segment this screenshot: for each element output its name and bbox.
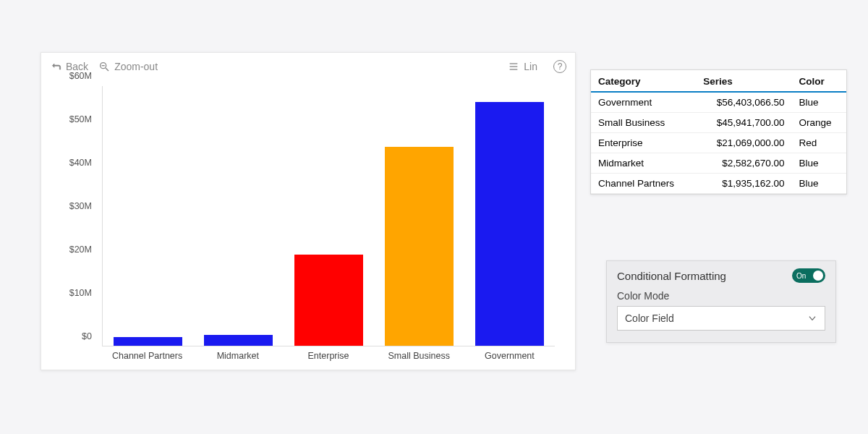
bar-wrap	[284, 86, 374, 346]
chart-toolbar: Back Zoom-out Lin ?	[41, 53, 575, 80]
chart-card: Back Zoom-out Lin ? $0$10M$20M$30M$40M$5…	[41, 52, 576, 370]
cell-category: Enterprise	[591, 133, 696, 153]
bar-channel-partners[interactable]	[114, 337, 182, 346]
bar-government[interactable]	[475, 102, 544, 346]
format-header: Conditional Formatting On	[617, 268, 825, 283]
svg-line-1	[106, 68, 109, 71]
data-table-body: Government$56,403,066.50BlueSmall Busine…	[591, 92, 846, 194]
toggle-knob	[813, 271, 823, 281]
plot-area: $0$10M$20M$30M$40M$50M$60M	[56, 86, 561, 346]
x-label: Channel Partners	[102, 351, 192, 361]
lin-label: Lin	[524, 61, 537, 72]
cell-color: Blue	[791, 153, 846, 174]
toggle-state-label: On	[796, 272, 806, 280]
cell-category: Small Business	[591, 113, 696, 133]
y-tick: $10M	[56, 288, 92, 298]
y-axis: $0$10M$20M$30M$40M$50M$60M	[56, 86, 96, 346]
x-label: Midmarket	[192, 351, 283, 361]
y-tick: $20M	[56, 244, 92, 255]
table-row[interactable]: Government$56,403,066.50Blue	[591, 92, 846, 113]
cell-series: $56,403,066.50	[696, 92, 791, 113]
zoom-out-icon	[98, 61, 110, 72]
color-mode-label: Color Mode	[617, 290, 825, 302]
x-label: Small Business	[374, 351, 464, 361]
color-mode-dropdown[interactable]: Color Field	[617, 306, 825, 331]
x-axis-labels: Channel PartnersMidmarketEnterpriseSmall…	[102, 351, 555, 361]
cell-series: $2,582,670.00	[696, 153, 791, 174]
th-series: Series	[696, 70, 791, 92]
format-title: Conditional Formatting	[617, 270, 726, 282]
zoom-out-label: Zoom-out	[114, 61, 158, 72]
y-tick: $0	[56, 331, 92, 341]
bars-container	[102, 86, 555, 346]
y-tick: $30M	[56, 201, 92, 211]
cell-color: Blue	[791, 174, 846, 194]
data-table-card: Category Series Color Government$56,403,…	[590, 69, 847, 195]
bar-small-business[interactable]	[385, 147, 454, 346]
cell-series: $21,069,000.00	[696, 133, 791, 153]
table-row[interactable]: Small Business$45,941,700.00Orange	[591, 113, 846, 133]
zoom-out-button[interactable]: Zoom-out	[98, 61, 158, 72]
list-icon	[508, 61, 519, 72]
table-row[interactable]: Midmarket$2,582,670.00Blue	[591, 153, 846, 174]
cell-color: Orange	[791, 113, 846, 133]
cell-color: Blue	[791, 92, 846, 113]
x-label: Government	[464, 351, 555, 361]
bar-wrap	[464, 86, 555, 346]
x-label: Enterprise	[283, 351, 373, 361]
table-row[interactable]: Channel Partners$1,935,162.00Blue	[591, 174, 846, 194]
dropdown-value: Color Field	[625, 312, 674, 324]
bar-wrap	[374, 86, 464, 346]
y-tick: $50M	[56, 114, 92, 124]
bar-midmarket[interactable]	[204, 335, 273, 346]
y-tick: $40M	[56, 158, 92, 168]
data-table: Category Series Color Government$56,403,…	[591, 70, 846, 194]
bar-wrap	[103, 86, 193, 346]
format-panel: Conditional Formatting On Color Mode Col…	[606, 260, 836, 343]
bar-enterprise[interactable]	[294, 255, 363, 346]
th-category: Category	[591, 70, 696, 92]
cell-category: Government	[591, 92, 696, 113]
help-icon[interactable]: ?	[553, 60, 566, 73]
table-row[interactable]: Enterprise$21,069,000.00Red	[591, 133, 846, 153]
cell-color: Red	[791, 133, 846, 153]
cell-category: Channel Partners	[591, 174, 696, 194]
chevron-down-icon	[807, 313, 817, 323]
conditional-formatting-toggle[interactable]: On	[792, 268, 825, 283]
bar-wrap	[193, 86, 284, 346]
cell-category: Midmarket	[591, 153, 696, 174]
cell-series: $1,935,162.00	[696, 174, 791, 194]
lin-toggle[interactable]: Lin	[508, 61, 537, 72]
y-tick: $60M	[56, 71, 92, 81]
cell-series: $45,941,700.00	[696, 113, 791, 133]
th-color: Color	[791, 70, 846, 92]
